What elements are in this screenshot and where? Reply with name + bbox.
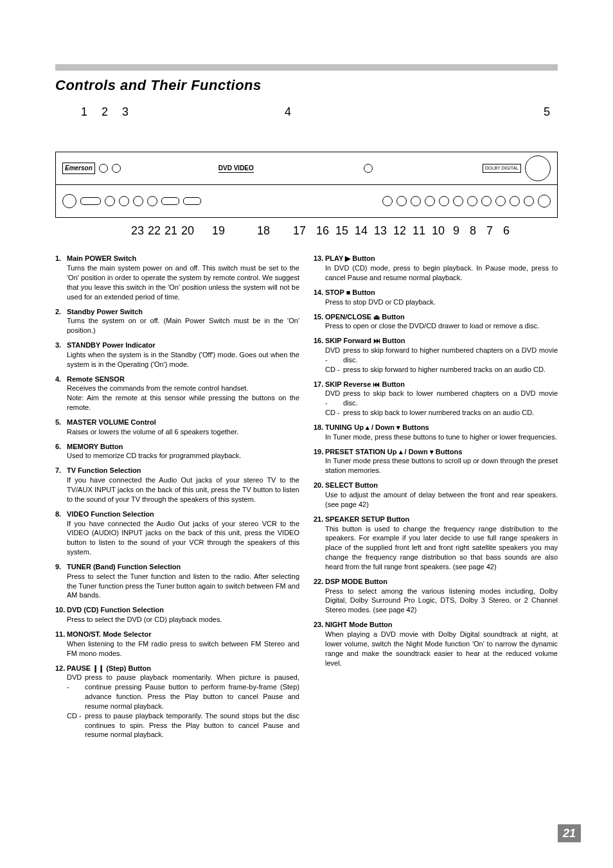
sub-text: press to skip back to lower numbered cha…	[343, 389, 558, 408]
item-number: 2.	[55, 307, 67, 317]
item-title: Standby Power Switch	[67, 308, 143, 315]
list-item: 23.NIGHT Mode ButtonWhen playing a DVD m…	[314, 620, 558, 668]
list-item: 15.OPEN/CLOSE ⏏ ButtonPress to open or c…	[314, 312, 558, 332]
top-callouts: 1 2 3 4 5	[55, 104, 558, 120]
item-heading: 18.TUNING Up ▴ / Down ▾ Buttons	[314, 423, 558, 432]
item-title: DVD (CD) Function Selection	[67, 606, 164, 614]
symbol-icon: ❙❙	[93, 664, 104, 672]
item-heading: 9.TUNER (Band) Function Selection	[55, 562, 299, 572]
callout-number: 9	[448, 223, 465, 238]
list-item: 22.DSP MODE ButtonPress to select among …	[314, 577, 558, 615]
item-number: 23.	[314, 620, 325, 630]
device-top-row: Emerson DVD VIDEO DOLBY DIGITAL	[56, 152, 557, 185]
control-button-icon	[147, 196, 157, 206]
list-item: 1.Main POWER SwitchTurns the main system…	[55, 254, 299, 301]
item-heading: 21.SPEAKER SETUP Button	[314, 515, 558, 524]
control-button-icon	[119, 196, 129, 206]
sub-text: press to skip back to lower numbered tra…	[343, 408, 558, 418]
sub-item: CD -press to skip back to lower numbered…	[314, 408, 558, 418]
sub-label: DVD -	[325, 389, 343, 408]
item-body: Press to select among the various listen…	[314, 587, 558, 616]
item-number: 20.	[314, 481, 325, 490]
item-title: PLAY ▶ Button	[325, 254, 375, 262]
item-title: PAUSE ❙❙ (Step) Button	[67, 664, 151, 672]
control-button-icon	[425, 196, 435, 206]
control-button-icon	[105, 196, 115, 206]
item-number: 9.	[55, 562, 67, 572]
sub-item: CD -press to pause playback temporarily.…	[55, 711, 299, 740]
item-heading: 3.STANDBY Power Indicator	[55, 341, 299, 350]
item-note: Note: Aim the remote at this sensor whil…	[55, 393, 299, 412]
sub-text: press to pause playback momentarily. Whe…	[85, 673, 299, 711]
symbol-icon: ▶	[345, 254, 350, 262]
item-heading: 16.SKIP Forward ⏭ Button	[314, 336, 558, 346]
rocker-icon	[183, 197, 201, 205]
item-number: 18.	[314, 423, 325, 432]
item-body: Turns the system on or off. (Main Power …	[55, 316, 299, 335]
list-item: 5.MASTER VOLUME ControlRaises or lowers …	[55, 418, 299, 437]
control-button-icon	[481, 196, 492, 206]
control-button-icon	[524, 196, 534, 206]
item-body: Raises or lowers the volume of all 6 spe…	[55, 427, 299, 437]
page-title: Controls and Their Functions	[55, 76, 558, 95]
callout-number: 10	[429, 223, 448, 238]
callout-number: 20	[179, 223, 196, 238]
list-item: 7.TV Function SelectionIf you have conne…	[55, 466, 299, 504]
rocker-icon	[161, 197, 179, 205]
symbol-icon: ⏏	[373, 313, 380, 321]
control-button-icon	[411, 196, 421, 206]
callout-number: 11	[409, 223, 429, 238]
list-item: 16.SKIP Forward ⏭ ButtonDVD -press to sk…	[314, 336, 558, 374]
list-item: 21.SPEAKER SETUP ButtonThis button is us…	[314, 515, 558, 572]
sub-text: press to skip forward to higher numbered…	[343, 365, 558, 375]
item-number: 19.	[314, 447, 325, 457]
device-bottom-row	[56, 185, 557, 217]
item-body: If you have connected the Audio Out jack…	[55, 519, 299, 557]
volume-knob-icon	[525, 155, 551, 181]
item-body: In Tuner mode, press these buttons to tu…	[314, 432, 558, 442]
item-number: 7.	[55, 466, 67, 475]
list-item: 9.TUNER (Band) Function SelectionPress t…	[55, 562, 299, 600]
item-title: SELECT Button	[325, 481, 378, 489]
dvd-logo: DVD VIDEO	[218, 164, 254, 173]
phones-jack-icon	[62, 194, 76, 208]
item-body: Used to memorize CD tracks for programme…	[55, 451, 299, 461]
callout-number: 19	[196, 223, 241, 238]
item-heading: 5.MASTER VOLUME Control	[55, 418, 299, 427]
item-title: MONO/ST. Mode Selector	[67, 630, 151, 638]
callout-number: 18	[241, 223, 286, 238]
sub-label: DVD -	[67, 673, 85, 711]
sub-text: press to pause playback temporarily. The…	[85, 711, 299, 740]
header-bar	[55, 64, 558, 71]
item-title: DSP MODE Button	[325, 578, 387, 585]
symbol-icon: ▴	[399, 448, 403, 456]
item-heading: 17.SKIP Reverse ⏮ Button	[314, 380, 558, 389]
item-heading: 13.PLAY ▶ Button	[314, 254, 558, 263]
item-title: TV Function Selection	[67, 466, 141, 474]
control-button-icon	[495, 196, 506, 206]
callout-number: 13	[371, 223, 390, 238]
sub-label: CD -	[325, 365, 343, 375]
item-title: Main POWER Switch	[67, 254, 136, 262]
item-number: 21.	[314, 515, 325, 524]
power-icon	[99, 164, 108, 173]
list-item: 14.STOP ■ ButtonPress to stop DVD or CD …	[314, 288, 558, 307]
item-number: 5.	[55, 418, 67, 427]
item-heading: 23.NIGHT Mode Button	[314, 620, 558, 630]
list-item: 12.PAUSE ❙❙ (Step) ButtonDVD -press to p…	[55, 664, 299, 740]
symbol-icon: ▴	[366, 423, 369, 431]
list-item: 18.TUNING Up ▴ / Down ▾ ButtonsIn Tuner …	[314, 423, 558, 442]
item-number: 22.	[314, 577, 325, 587]
item-title: STOP ■ Button	[325, 288, 375, 296]
item-title: STANDBY Power Indicator	[67, 341, 155, 349]
item-title: NIGHT Mode Button	[325, 621, 392, 628]
sub-item: DVD -press to pause playback momentarily…	[55, 673, 299, 711]
item-title: VIDEO Function Selection	[67, 510, 154, 518]
callout-number: 22	[146, 223, 163, 238]
item-title: OPEN/CLOSE ⏏ Button	[325, 313, 405, 321]
item-heading: 8.VIDEO Function Selection	[55, 509, 299, 519]
tray-icon	[80, 197, 101, 205]
symbol-icon: ⏮	[373, 380, 380, 388]
item-heading: 1.Main POWER Switch	[55, 254, 299, 263]
list-item: 6.MEMORY ButtonUsed to memorize CD track…	[55, 442, 299, 461]
